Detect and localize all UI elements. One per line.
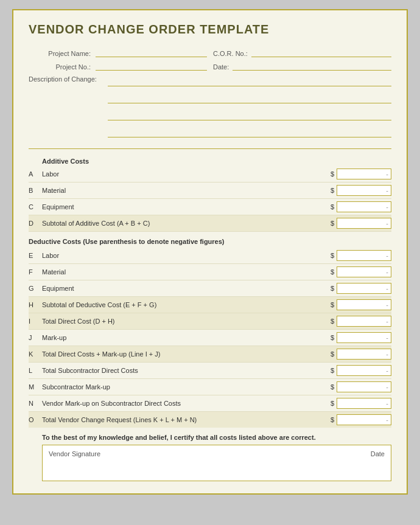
- form-row-project-cor: Project Name: C.O.R. No.:: [29, 47, 391, 57]
- cor-no-input[interactable]: [251, 47, 391, 57]
- additive-header-row: Additive Costs: [29, 155, 391, 166]
- letter-e: E: [29, 252, 42, 259]
- letter-m: M: [29, 383, 42, 391]
- letter-c: C: [29, 203, 42, 210]
- deductive-header-row: Deductive Costs (Use parenthesis to deno…: [29, 232, 391, 248]
- dollar-d: $: [331, 220, 334, 227]
- desc-k: Total Direct Costs + Mark-up (Line I + J…: [42, 350, 318, 358]
- form-section: Project Name: C.O.R. No.: Project No.: D…: [29, 47, 391, 142]
- dollar-l: $: [331, 367, 334, 374]
- row-k: K Total Direct Costs + Mark-up (Line I +…: [29, 346, 391, 363]
- input-o[interactable]: -: [337, 414, 391, 425]
- input-d[interactable]: -: [337, 218, 391, 229]
- desc-a: Labor: [42, 170, 318, 178]
- row-g: G Equipment $ -: [29, 280, 391, 297]
- description-label: Description of Change:: [29, 74, 108, 83]
- letter-a: A: [29, 170, 42, 178]
- input-k[interactable]: -: [337, 349, 391, 360]
- desc-o: Total Vendor Change Request (Lines K + L…: [42, 416, 318, 423]
- dollar-g: $: [331, 285, 334, 292]
- desc-line-3[interactable]: [108, 108, 391, 120]
- dollar-a: $: [331, 170, 334, 178]
- amount-a: $ -: [318, 169, 391, 179]
- row-e: E Labor $ -: [29, 248, 391, 264]
- amount-l: $ -: [318, 365, 391, 376]
- cost-table: Additive Costs A Labor $ - B Material $ …: [29, 155, 391, 428]
- date-input[interactable]: [233, 61, 391, 71]
- input-n[interactable]: -: [337, 398, 391, 409]
- amount-c: $ -: [318, 201, 391, 212]
- desc-l: Total Subcontractor Direct Costs: [42, 367, 318, 374]
- amount-f: $ -: [318, 266, 391, 277]
- input-g[interactable]: -: [337, 283, 391, 294]
- row-m: M Subcontractor Mark-up $ -: [29, 379, 391, 395]
- desc-d: Subtotal of Additive Cost (A + B + C): [42, 220, 318, 227]
- letter-l: L: [29, 367, 42, 374]
- project-no-input[interactable]: [96, 61, 207, 71]
- letter-h: H: [29, 301, 42, 308]
- desc-f: Material: [42, 268, 318, 276]
- amount-o: $ -: [318, 414, 391, 425]
- desc-j: Mark-up: [42, 334, 318, 341]
- signature-date-label: Date: [371, 450, 385, 457]
- cor-no-row: C.O.R. No.:: [213, 47, 391, 57]
- project-no-label: Project No.:: [29, 63, 96, 71]
- row-n: N Vendor Mark-up on Subcontractor Direct…: [29, 395, 391, 412]
- dollar-b: $: [331, 187, 334, 194]
- desc-m: Subcontractor Mark-up: [42, 383, 318, 391]
- letter-j: J: [29, 334, 42, 341]
- desc-line-2[interactable]: [108, 91, 391, 103]
- letter-g: G: [29, 285, 42, 292]
- letter-i: I: [29, 318, 42, 325]
- input-a[interactable]: -: [337, 169, 391, 179]
- amount-g: $ -: [318, 283, 391, 294]
- desc-e: Labor: [42, 252, 318, 259]
- input-j[interactable]: -: [337, 332, 391, 343]
- amount-n: $ -: [318, 398, 391, 409]
- dollar-n: $: [331, 400, 334, 407]
- date-label: Date:: [213, 63, 233, 71]
- project-no-row: Project No.:: [29, 61, 207, 71]
- input-b[interactable]: -: [337, 185, 391, 196]
- row-c: C Equipment $ -: [29, 199, 391, 215]
- desc-line-1[interactable]: [108, 74, 391, 86]
- letter-d: D: [29, 220, 42, 227]
- dollar-k: $: [331, 350, 334, 358]
- description-row: Description of Change:: [29, 74, 391, 142]
- dollar-j: $: [331, 334, 334, 341]
- dollar-o: $: [331, 416, 334, 423]
- vendor-signature-label: Vendor Signature: [49, 450, 100, 457]
- desc-i: Total Direct Cost (D + H): [42, 318, 318, 325]
- cor-no-label: C.O.R. No.:: [213, 50, 251, 57]
- input-c[interactable]: -: [337, 201, 391, 212]
- input-h[interactable]: -: [337, 299, 391, 310]
- deductive-header: Deductive Costs (Use parenthesis to deno…: [29, 235, 391, 246]
- dollar-e: $: [331, 252, 334, 259]
- project-name-input[interactable]: [96, 47, 207, 57]
- project-name-label: Project Name:: [29, 50, 96, 57]
- input-f[interactable]: -: [337, 266, 391, 277]
- input-m[interactable]: -: [337, 381, 391, 392]
- desc-line-4[interactable]: [108, 125, 391, 137]
- row-b: B Material $ -: [29, 183, 391, 199]
- amount-h: $ -: [318, 299, 391, 310]
- input-i[interactable]: -: [337, 316, 391, 327]
- input-l[interactable]: -: [337, 365, 391, 376]
- divider-1: [29, 148, 391, 149]
- description-area: [108, 74, 391, 142]
- amount-e: $ -: [318, 250, 391, 261]
- letter-b: B: [29, 187, 42, 194]
- dollar-m: $: [331, 383, 334, 391]
- row-d: D Subtotal of Additive Cost (A + B + C) …: [29, 215, 391, 232]
- project-name-row: Project Name:: [29, 47, 207, 57]
- amount-b: $ -: [318, 185, 391, 196]
- row-h: H Subtotal of Deductive Cost (E + F + G)…: [29, 297, 391, 313]
- row-f: F Material $ -: [29, 264, 391, 280]
- letter-k: K: [29, 350, 42, 358]
- input-e[interactable]: -: [337, 250, 391, 261]
- desc-c: Equipment: [42, 203, 318, 210]
- form-row-projno-date: Project No.: Date:: [29, 61, 391, 71]
- certification-text: To the best of my knowledge and belief, …: [29, 434, 391, 441]
- dollar-f: $: [331, 268, 334, 276]
- letter-f: F: [29, 268, 42, 276]
